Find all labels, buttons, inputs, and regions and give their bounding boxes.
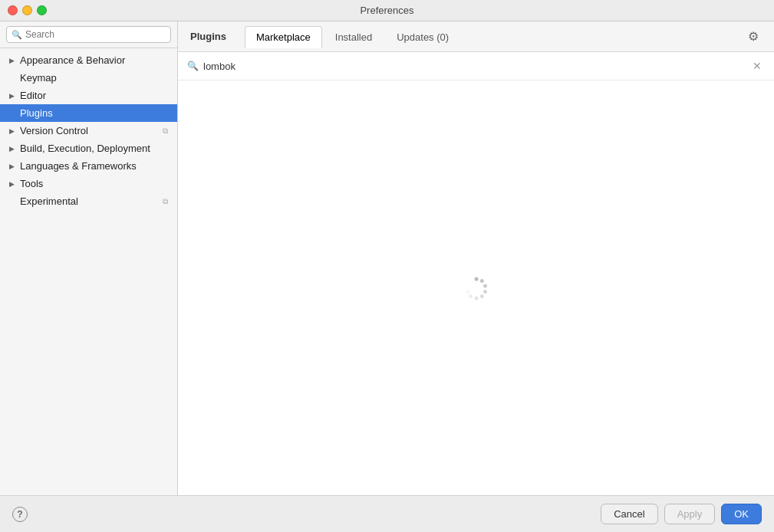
- sidebar-item-plugins[interactable]: Plugins: [0, 104, 177, 122]
- sidebar-search-icon: 🔍: [12, 30, 22, 40]
- close-button[interactable]: [8, 5, 18, 15]
- tab-updates[interactable]: Updates (0): [385, 26, 460, 48]
- sidebar-search-input[interactable]: [25, 29, 166, 40]
- tab-marketplace-active[interactable]: Marketplace: [245, 26, 322, 48]
- svg-point-2: [483, 284, 487, 287]
- cancel-button[interactable]: Cancel: [601, 504, 657, 524]
- svg-point-0: [474, 277, 478, 281]
- sidebar-item-label: Build, Execution, Deployment: [20, 143, 171, 154]
- svg-point-5: [474, 296, 478, 300]
- footer: ? Cancel Apply OK: [0, 495, 774, 532]
- loading-spinner: [464, 276, 489, 300]
- sidebar-item-languages[interactable]: ▶ Languages & Frameworks: [0, 157, 177, 175]
- sidebar: 🔍 ▶ Appearance & Behavior Keymap ▶ Edito…: [0, 21, 178, 495]
- plugin-search-input[interactable]: [203, 61, 745, 72]
- content-area: Plugins Marketplace Marketplace Installe…: [178, 21, 774, 495]
- tab-installed[interactable]: Installed: [324, 26, 384, 48]
- sidebar-item-label: Tools: [20, 178, 171, 189]
- sidebar-item-editor[interactable]: ▶ Editor: [0, 87, 177, 104]
- sidebar-item-label: Appearance & Behavior: [20, 54, 171, 66]
- plugin-title: Plugins: [190, 31, 226, 42]
- svg-point-7: [466, 290, 469, 294]
- sidebar-item-label: Keymap: [20, 72, 171, 84]
- sidebar-item-label: Plugins: [20, 107, 171, 119]
- sidebar-item-build-execution[interactable]: ▶ Build, Execution, Deployment: [0, 140, 177, 157]
- svg-point-4: [479, 294, 483, 298]
- sidebar-item-label: Editor: [20, 90, 171, 101]
- sidebar-item-keymap[interactable]: Keymap: [0, 69, 177, 87]
- sidebar-item-experimental[interactable]: Experimental ⧉: [0, 192, 177, 210]
- svg-point-1: [479, 279, 483, 283]
- sidebar-item-label: Languages & Frameworks: [20, 160, 171, 172]
- help-button[interactable]: ?: [12, 507, 28, 522]
- sidebar-search-container: 🔍: [0, 21, 177, 48]
- sidebar-item-tools[interactable]: ▶ Tools: [0, 175, 177, 192]
- arrow-icon: ▶: [9, 163, 17, 170]
- window-controls: [8, 5, 47, 15]
- loading-area: [178, 80, 774, 495]
- content-search-bar: 🔍 ✕: [178, 52, 774, 80]
- content-search-icon: 🔍: [187, 61, 199, 71]
- sidebar-items-list: ▶ Appearance & Behavior Keymap ▶ Editor …: [0, 48, 177, 495]
- arrow-icon: ▶: [9, 180, 17, 188]
- arrow-icon: ▶: [9, 145, 17, 153]
- sidebar-item-appearance[interactable]: ▶ Appearance & Behavior: [0, 51, 177, 69]
- window-title: Preferences: [360, 5, 413, 16]
- arrow-icon: ▶: [9, 127, 17, 135]
- arrow-icon: ▶: [9, 57, 17, 64]
- sidebar-item-label: Version Control: [20, 125, 159, 136]
- footer-right: Cancel Apply OK: [601, 504, 762, 524]
- svg-point-6: [469, 294, 473, 298]
- minimize-button[interactable]: [22, 5, 32, 15]
- svg-point-3: [483, 290, 487, 294]
- arrow-icon: ▶: [9, 92, 17, 100]
- sidebar-search-inner[interactable]: 🔍: [6, 26, 171, 43]
- settings-gear-icon[interactable]: ⚙: [745, 26, 762, 47]
- ok-button[interactable]: OK: [721, 504, 762, 524]
- maximize-button[interactable]: [37, 5, 47, 15]
- apply-button[interactable]: Apply: [664, 504, 716, 524]
- plugin-header: Plugins Marketplace Marketplace Installe…: [178, 21, 774, 52]
- clear-search-icon[interactable]: ✕: [749, 58, 765, 74]
- title-bar: Preferences: [0, 0, 774, 21]
- footer-left: ?: [12, 507, 28, 522]
- sidebar-item-version-control[interactable]: ▶ Version Control ⧉: [0, 122, 177, 140]
- main-layout: 🔍 ▶ Appearance & Behavior Keymap ▶ Edito…: [0, 21, 774, 495]
- external-link-icon: ⧉: [159, 197, 171, 206]
- external-link-icon: ⧉: [159, 126, 171, 136]
- sidebar-item-label: Experimental: [20, 195, 159, 207]
- tabs-container: Marketplace Marketplace Installed Update…: [245, 26, 745, 48]
